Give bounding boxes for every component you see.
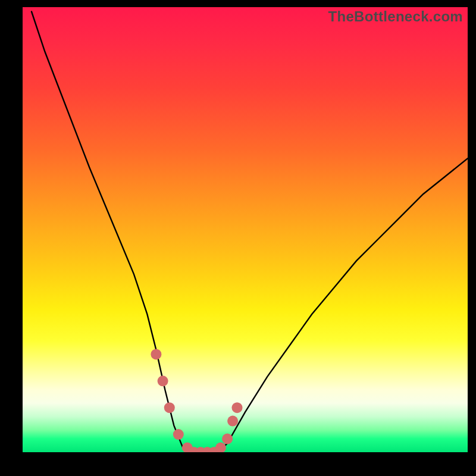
- highlight-marker: [232, 402, 243, 413]
- chart-frame: TheBottleneck.com: [23, 7, 468, 452]
- highlight-marker: [173, 429, 184, 440]
- highlight-marker: [158, 375, 168, 386]
- highlight-marker: [222, 434, 233, 444]
- bottleneck-curve-line: [32, 12, 468, 453]
- highlight-marker: [215, 443, 226, 453]
- highlighted-points-group: [151, 349, 242, 452]
- highlight-marker: [227, 416, 238, 427]
- highlight-marker: [164, 402, 175, 413]
- highlight-marker: [151, 349, 161, 359]
- chart-svg: [23, 7, 468, 452]
